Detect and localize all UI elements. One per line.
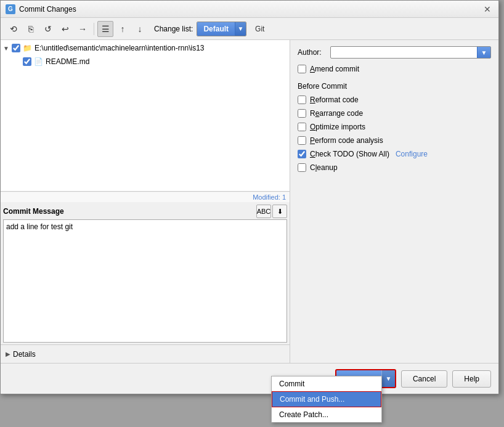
tree-arrow-icon: ▼ [3, 45, 12, 52]
toolbar-down-btn[interactable]: ↓ [132, 21, 148, 37]
option-cleanup: Cleanup [298, 163, 491, 172]
analyze-label: Perform code analysis [310, 136, 383, 145]
toolbar-update-btn[interactable]: ↺ [40, 21, 56, 37]
amend-label: Amend commit [310, 65, 359, 73]
cleanup-label: Cleanup [310, 163, 338, 172]
option-analyze: Perform code analysis [298, 136, 491, 145]
amend-checkbox[interactable] [298, 65, 306, 73]
option-rearrange: Rearrange code [298, 109, 491, 118]
toolbar-copy-btn[interactable]: ⎘ [23, 21, 39, 37]
todo-checkbox[interactable] [298, 150, 306, 158]
commit-message-input[interactable] [3, 219, 287, 343]
commit-template-btn[interactable]: ⬇ [272, 205, 287, 218]
details-arrow-icon: ▶ [6, 351, 10, 357]
commit-msg-label: Commit Message [3, 207, 64, 216]
toolbar-separator-1 [94, 23, 94, 35]
file-checkbox[interactable] [23, 57, 31, 66]
folder-icon: 📁 [23, 44, 32, 52]
amend-row: Amend commit [298, 65, 491, 73]
changelist-dropdown[interactable]: Default ▼ [197, 22, 246, 36]
changelist-label: Change list: [154, 25, 193, 33]
toolbar-refresh-btn[interactable]: ⟲ [6, 21, 22, 37]
author-input[interactable] [331, 47, 477, 58]
option-optimize: Optimize imports [298, 123, 491, 131]
todo-label: Check TODO (Show All) [310, 150, 389, 158]
optimize-checkbox[interactable] [298, 123, 306, 131]
git-label[interactable]: Git [255, 25, 264, 33]
commit-dropdown-menu: Commit Commit and Push... Create Patch..… [271, 376, 382, 423]
file-tree[interactable]: ▼ 📁 E:\untitled\semantic\machinelearn\in… [1, 40, 290, 192]
cleanup-checkbox[interactable] [298, 163, 306, 172]
changelist-arrow-btn[interactable]: ▼ [235, 22, 246, 36]
before-commit-title: Before Commit [298, 82, 491, 91]
right-panel: Author: ▼ Amend commit Before Commit Ref… [290, 40, 498, 363]
analyze-checkbox[interactable] [298, 136, 306, 145]
bottom-buttons: Commit ▼ Cancel Help [1, 363, 498, 394]
author-label: Author: [298, 48, 325, 57]
close-button[interactable]: ✕ [481, 3, 494, 15]
file-icon: 📄 [34, 57, 43, 66]
commit-msg-tools: ABC ⬇ [256, 205, 287, 218]
author-dropdown-btn[interactable]: ▼ [477, 47, 490, 58]
changelist-default-btn[interactable]: Default [197, 22, 235, 36]
commit-arrow-btn[interactable]: ▼ [381, 370, 395, 387]
commit-changes-dialog: G Commit Changes ✕ ⟲ ⎘ ↺ ↩ → ☰ ↑ ↓ Chang… [0, 0, 499, 394]
changelist-area: Change list: Default ▼ Git [154, 22, 264, 36]
dialog-title: Commit Changes [19, 5, 76, 14]
dropdown-create-patch-item[interactable]: Create Patch... [272, 407, 381, 422]
author-input-container: ▼ [330, 46, 491, 59]
optimize-label: Optimize imports [310, 123, 365, 131]
reformat-label: Reformat code [310, 96, 359, 104]
rearrange-checkbox[interactable] [298, 109, 306, 118]
root-checkbox[interactable] [12, 44, 20, 52]
dropdown-commit-push-item[interactable]: Commit and Push... [272, 391, 381, 407]
left-panel: ▼ 📁 E:\untitled\semantic\machinelearn\in… [1, 40, 290, 363]
option-todo: Check TODO (Show All) Configure [298, 150, 491, 158]
toolbar-active-btn[interactable]: ☰ [97, 21, 113, 37]
commit-msg-header: Commit Message ABC ⬇ [3, 205, 287, 218]
title-bar-left: G Commit Changes [6, 4, 76, 14]
commit-message-section: Commit Message ABC ⬇ [1, 202, 290, 344]
toolbar: ⟲ ⎘ ↺ ↩ → ☰ ↑ ↓ Change list: Default ▼ G… [1, 18, 498, 40]
dialog-icon: G [6, 4, 15, 14]
help-button[interactable]: Help [452, 370, 491, 388]
toolbar-rollback-btn[interactable]: ↩ [57, 21, 73, 37]
rearrange-label: Rearrange code [310, 109, 363, 118]
commit-textarea-wrapper [3, 219, 287, 344]
title-bar: G Commit Changes ✕ [1, 1, 498, 18]
details-section[interactable]: ▶ Details [1, 344, 290, 363]
main-content: ▼ 📁 E:\untitled\semantic\machinelearn\in… [1, 40, 498, 363]
configure-link[interactable]: Configure [396, 150, 428, 158]
file-name-label: README.md [46, 57, 89, 66]
option-reformat: Reformat code [298, 96, 491, 104]
reformat-checkbox[interactable] [298, 96, 306, 104]
root-path-label: E:\untitled\semantic\machinelearn\intent… [35, 44, 204, 52]
tree-root-item[interactable]: ▼ 📁 E:\untitled\semantic\machinelearn\in… [1, 41, 290, 55]
modified-count: Modified: 1 [1, 192, 290, 202]
dropdown-commit-item[interactable]: Commit [272, 376, 381, 391]
toolbar-up-btn[interactable]: ↑ [115, 21, 131, 37]
cancel-button[interactable]: Cancel [401, 370, 447, 388]
tree-file-item[interactable]: 📄 README.md [1, 55, 290, 68]
toolbar-browse-btn[interactable]: → [75, 21, 91, 37]
spell-check-btn[interactable]: ABC [256, 205, 271, 218]
author-row: Author: ▼ [298, 46, 491, 59]
details-label: Details [13, 350, 36, 359]
